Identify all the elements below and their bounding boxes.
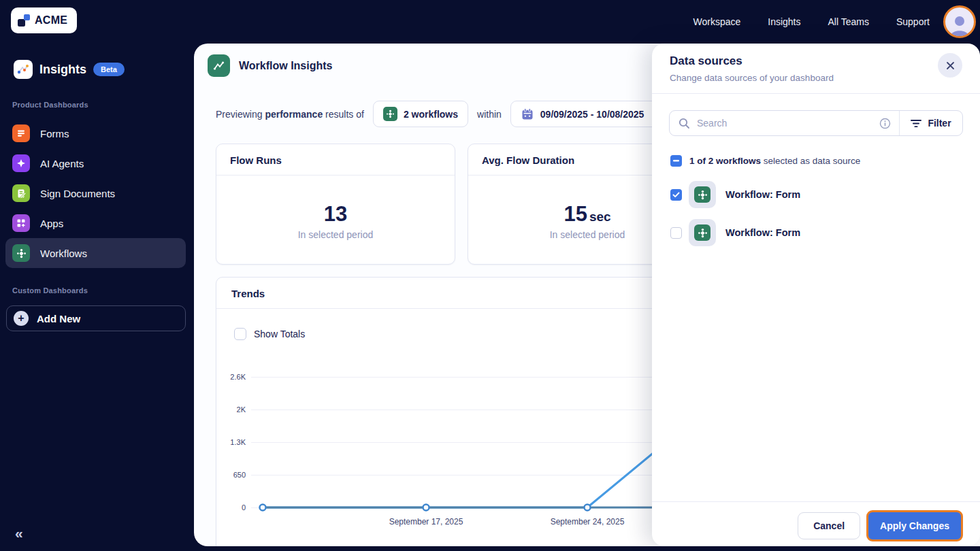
page-title: Workflow Insights [239, 60, 332, 72]
calendar-icon [521, 107, 534, 121]
data-point-marker [585, 505, 591, 511]
workflow-mini-icon [383, 107, 397, 121]
sidebar: Insights Beta Product Dashboards Forms A… [0, 44, 194, 551]
x-axis-tick: September 24, 2025 [529, 517, 645, 527]
nav-link-workspace[interactable]: Workspace [693, 16, 740, 27]
nav-link-support[interactable]: Support [896, 16, 930, 27]
y-axis-tick: 0 [216, 503, 246, 512]
workflow-tile [689, 181, 716, 208]
workflow-icon [694, 224, 710, 241]
nav-link-insights[interactable]: Insights [768, 16, 800, 27]
person-icon [948, 14, 971, 36]
date-range-label: 09/09/2025 - 10/08/2025 [540, 109, 644, 120]
workflows-icon [12, 244, 30, 262]
flow-runs-title: Flow Runs [216, 144, 455, 176]
search-input[interactable] [697, 118, 872, 129]
info-icon[interactable] [879, 118, 891, 129]
within-label: within [477, 109, 502, 120]
sidebar-item-sign-documents[interactable]: Sign Documents [5, 178, 186, 208]
cancel-button[interactable]: Cancel [798, 512, 860, 539]
workflow-insights-icon [208, 54, 230, 77]
sidebar-item-label: Sign Documents [40, 188, 115, 199]
sidebar-item-forms[interactable]: Forms [5, 118, 186, 148]
show-totals-checkbox[interactable]: Show Totals [234, 328, 305, 340]
flow-runs-card: Flow Runs 13 In selected period [216, 144, 455, 265]
flow-runs-subtitle: In selected period [298, 229, 374, 240]
workflow-row-label: Workflow: Form [725, 227, 800, 238]
sidebar-item-label: Apps [40, 218, 63, 229]
page-header: Workflow Insights [208, 54, 332, 77]
workflow-icon [694, 186, 710, 203]
panel-subtitle: Change data sources of your dashboard [670, 73, 834, 83]
workflow-row-1[interactable]: Workflow: Form [670, 178, 963, 211]
workflow-row-2[interactable]: Workflow: Form [670, 216, 963, 249]
filter-label: Filter [928, 118, 951, 129]
y-axis-tick: 1.3K [216, 438, 246, 446]
selection-summary-row: 1 of 2 workflows selected as data source [670, 155, 860, 167]
logo-text: ACME [35, 14, 67, 27]
close-panel-button[interactable] [938, 53, 962, 78]
sidebar-app-row[interactable]: Insights Beta [14, 60, 125, 79]
show-totals-label: Show Totals [254, 329, 305, 339]
sidebar-item-workflows[interactable]: Workflows [5, 238, 186, 268]
search-bar: Filter [669, 110, 963, 136]
workflows-chip-label: 2 workflows [404, 109, 458, 120]
collapse-sidebar-button[interactable]: « [15, 525, 23, 541]
sign-documents-icon [12, 184, 30, 202]
preview-bar: Previewing performance results of 2 work… [216, 101, 668, 127]
apps-icon [12, 214, 30, 232]
section-product-dashboards: Product Dashboards [12, 101, 88, 109]
beta-badge: Beta [93, 63, 125, 76]
search-icon [678, 117, 690, 129]
check-icon [672, 192, 680, 198]
add-new-button[interactable]: + Add New [6, 305, 186, 331]
data-point-marker [423, 505, 429, 511]
workflow-row-label: Workflow: Form [725, 189, 800, 200]
workflow-tile [689, 219, 716, 246]
divider [652, 93, 980, 94]
acme-logo-icon [18, 14, 30, 27]
y-axis-tick: 2K [216, 405, 246, 414]
top-navigation: Workspace Insights All Teams Support [693, 0, 930, 44]
select-all-checkbox-indeterminate[interactable] [670, 155, 682, 167]
add-new-label: Add New [37, 313, 80, 324]
avg-flow-duration-subtitle: In selected period [550, 229, 625, 240]
flow-runs-value: 13 [324, 203, 347, 224]
filter-icon [911, 119, 921, 128]
row-checkbox-unchecked[interactable] [670, 227, 682, 239]
sidebar-app-title: Insights [39, 63, 86, 77]
x-axis-tick: September 17, 2025 [368, 517, 484, 527]
close-icon [946, 61, 955, 70]
sidebar-item-label: AI Agents [40, 158, 84, 169]
user-avatar[interactable] [943, 5, 976, 38]
divider [652, 501, 980, 502]
preview-text: Previewing performance results of [216, 109, 364, 120]
y-axis-tick: 650 [216, 471, 246, 479]
nav-link-all-teams[interactable]: All Teams [828, 16, 869, 27]
data-point-marker [260, 505, 266, 511]
workflows-selector-chip[interactable]: 2 workflows [373, 101, 468, 127]
sidebar-item-ai-agents[interactable]: AI Agents [5, 148, 186, 178]
selection-summary-text: 1 of 2 workflows selected as data source [689, 156, 860, 166]
row-checkbox-checked[interactable] [670, 189, 682, 201]
filter-button[interactable]: Filter [900, 111, 962, 135]
y-axis-tick: 2.6K [216, 373, 246, 381]
sidebar-item-label: Forms [40, 128, 69, 139]
panel-title: Data sources [670, 54, 742, 68]
data-sources-panel: Data sources Change data sources of your… [652, 44, 980, 546]
minus-icon [673, 160, 679, 162]
plus-icon: + [14, 311, 29, 326]
apply-changes-button[interactable]: Apply Changes [866, 510, 963, 541]
sidebar-item-label: Workflows [40, 248, 87, 259]
forms-icon [12, 124, 30, 142]
panel-footer: Cancel Apply Changes [798, 510, 963, 541]
insights-app-icon [14, 60, 33, 79]
checkbox-unchecked-icon[interactable] [234, 328, 246, 340]
sidebar-item-apps[interactable]: Apps [5, 208, 186, 238]
ai-agents-icon [12, 154, 30, 172]
date-range-chip[interactable]: 09/09/2025 - 10/08/2025 [510, 101, 668, 127]
avg-flow-duration-value: 15sec [564, 203, 610, 224]
topbar: ACME Workspace Insights All Teams Suppor… [0, 0, 980, 44]
app-logo[interactable]: ACME [11, 7, 77, 33]
section-custom-dashboards: Custom Dashboards [12, 286, 88, 295]
